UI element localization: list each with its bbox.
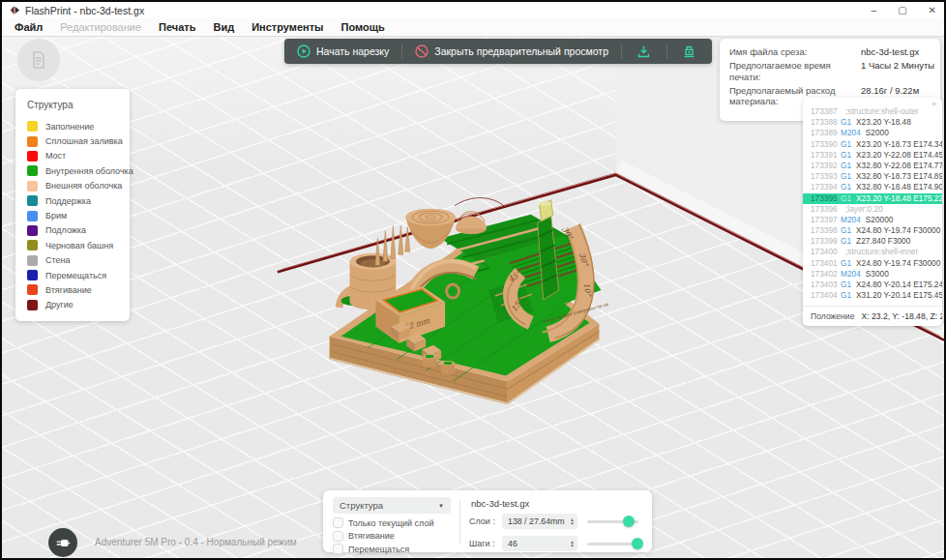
legend-item: Мост [27, 149, 124, 163]
gcode-args: S20000 [866, 215, 894, 225]
printer-icon [681, 44, 697, 60]
gcode-line[interactable]: 173397 M204 S20000 [803, 215, 942, 225]
gcode-line-list[interactable]: 173387 ;structure:shell-outer 173388 G1 … [803, 106, 942, 302]
layers-stepper[interactable]: 138 / 27.64mm ▲▼ [502, 514, 577, 529]
menu-item[interactable]: Печать [150, 18, 204, 36]
filter-checkbox-row[interactable]: Только текущий слой [333, 517, 451, 528]
filter-checkbox-row[interactable]: Перемещаться [333, 544, 451, 554]
gcode-line[interactable]: 173402 M204 S3000 [803, 269, 942, 280]
menu-item[interactable]: Инструменты [243, 18, 332, 36]
structure-dropdown[interactable]: Структура ▼ [333, 497, 451, 514]
gcode-line[interactable]: 173401 G1 X24.80 Y-19.74 F30000 [803, 258, 942, 269]
layers-slider[interactable] [587, 520, 638, 523]
gcode-line[interactable]: 173388 G1 X23.20 Y-18.48 [803, 117, 942, 128]
legend-color-swatch [27, 121, 38, 132]
stepper-arrows[interactable]: ▲▼ [570, 540, 575, 548]
legend-color-swatch [27, 284, 38, 295]
menu-item[interactable]: Вид [204, 18, 243, 36]
gcode-args: X31.20 Y-20.14 E175.4580 [856, 290, 942, 301]
gcode-line[interactable]: 173391 G1 X23.20 Y-22.08 E174.4538... [803, 150, 942, 161]
gcode-line-number: 173402 [811, 269, 836, 280]
start-slicing-button[interactable]: Начать нарезку [284, 39, 401, 64]
checkbox-unchecked[interactable] [333, 544, 343, 554]
legend-item: Заполнение [27, 119, 124, 133]
info-row: Предполагаемое время печати: 1 Часы 2 Ми… [729, 60, 931, 82]
legend-title: Структура [27, 100, 124, 110]
load-file-button-disabled[interactable] [17, 39, 60, 81]
legend-item: Другие [27, 298, 124, 312]
steps-slider-handle[interactable] [632, 538, 643, 549]
legend-item-label: Внутренняя оболочка [45, 166, 133, 176]
layers-slider-handle[interactable] [623, 516, 635, 527]
chevron-down-icon: ▼ [438, 503, 444, 509]
legend-color-swatch [27, 255, 38, 266]
flashprint-logo-icon [10, 5, 20, 15]
close-preview-button[interactable]: Закрыть предварительный просмотр [402, 39, 621, 64]
menu-item[interactable]: Редактирование [51, 18, 150, 36]
gcode-line-number: 173401 [811, 258, 836, 269]
gcode-line[interactable]: 173393 G1 X32.80 Y-18.73 E174.8932 [803, 171, 942, 182]
gcode-line[interactable]: 173403 G1 X24.80 Y-20.14 E175.2409... [803, 280, 942, 290]
gcode-line[interactable]: 173400 ;structure:shell-inner [803, 247, 942, 257]
steps-label: Шаги : [469, 539, 502, 548]
gcode-line[interactable]: 173395 G1 X23.20 Y-18.48 E175.2273 [803, 193, 942, 204]
flashprint-window: FlashPrint - nbc-3d-test.gx – ▢ ✕ ФайлРе… [0, 0, 946, 560]
legend-color-swatch [27, 225, 38, 236]
gcode-command: G1 [841, 258, 851, 269]
printer-connection-button[interactable] [48, 528, 77, 557]
minimize-button[interactable]: – [872, 6, 877, 15]
legend-item-label: Сплошная заливка [45, 136, 123, 146]
filter-checkbox-row[interactable]: Втягивание [333, 531, 451, 542]
checkbox-unchecked[interactable] [333, 517, 343, 528]
gcode-args: X32.80 Y-18.48 E174.9017... [856, 182, 942, 192]
gcode-args: S2000 [866, 128, 889, 138]
close-preview-label: Закрыть предварительный просмотр [434, 45, 608, 57]
window-title: FlashPrint - nbc-3d-test.gx [25, 5, 144, 16]
steps-slider[interactable] [587, 543, 638, 545]
gcode-line[interactable]: 173387 ;structure:shell-outer [803, 106, 942, 117]
gcode-line[interactable]: 173394 G1 X32.80 Y-18.48 E174.9017... [803, 182, 942, 192]
send-to-printer-button[interactable] [667, 39, 712, 64]
printer-status-text: Adventurer 5M Pro - 0.4 - Нормальный реж… [95, 537, 297, 547]
info-value: 1 Часы 2 Минуты [861, 60, 931, 82]
position-label: Положение [811, 311, 854, 321]
info-row: Имя файла среза: nbc-3d-test.gx [729, 46, 931, 58]
maximize-button[interactable]: ▢ [898, 6, 906, 15]
gcode-line-number: 173394 [811, 182, 836, 192]
close-button[interactable]: ✕ [929, 6, 936, 15]
stepper-arrows[interactable]: ▲▼ [570, 517, 575, 526]
preview-toolbar: Начать нарезку Закрыть предварительный п… [284, 39, 712, 64]
structure-dropdown-value: Структура [340, 500, 383, 511]
menu-item[interactable]: Файл [6, 18, 51, 36]
export-gcode-button[interactable] [622, 39, 666, 64]
position-value: X: 23.2, Y: -18.48, Z: 27.64 [861, 311, 942, 321]
legend-item: Внешняя оболочка [27, 179, 124, 193]
gcode-line[interactable]: 173389 M204 S2000 [803, 128, 942, 138]
gcode-command: G1 [841, 225, 851, 236]
gcode-command: G1 [841, 236, 851, 247]
legend-item-label: Внешняя оболочка [45, 181, 122, 191]
gcode-line[interactable]: 173396 ;layer:0.20 [803, 204, 942, 215]
gcode-args: ;structure:shell-inner [845, 247, 918, 257]
checkbox-unchecked[interactable] [333, 531, 343, 542]
legend-item: Втягивание [27, 282, 124, 297]
gcode-line[interactable]: 173390 G1 X23.20 Y-18.73 E174.3402... [803, 139, 942, 150]
gcode-command: G1 [841, 161, 851, 171]
expand-panel-icon[interactable]: » [932, 100, 936, 108]
gcode-line-number: 173398 [811, 225, 836, 236]
gcode-args: Z27.840 F3000 [856, 236, 910, 247]
info-label: Имя файла среза: [729, 46, 861, 58]
gcode-line[interactable]: 173399 G1 Z27.840 F3000 [803, 236, 942, 247]
legend-item-label: Заполнение [45, 122, 94, 132]
gcode-line[interactable]: 173404 G1 X31.20 Y-20.14 E175.4580 [803, 290, 942, 301]
menu-item[interactable]: Помощь [332, 18, 393, 36]
position-readout: Положение X: 23.2, Y: -18.48, Z: 27.64 [803, 306, 942, 321]
steps-stepper[interactable]: 46 ▲▼ [502, 536, 577, 551]
gcode-line-number: 173403 [811, 280, 836, 290]
gcode-line[interactable]: 173392 G1 X32.80 Y-22.08 E174.7795 [803, 161, 942, 171]
file-icon [29, 50, 48, 70]
legend-item: Перемещаться [27, 268, 124, 282]
menu-bar: ФайлРедактированиеПечатьВидИнструментыПо… [2, 18, 944, 37]
gcode-args: X23.20 Y-22.08 E174.4538... [856, 150, 942, 161]
gcode-line[interactable]: 173398 G1 X24.80 Y-19.74 F30000 [803, 225, 942, 236]
